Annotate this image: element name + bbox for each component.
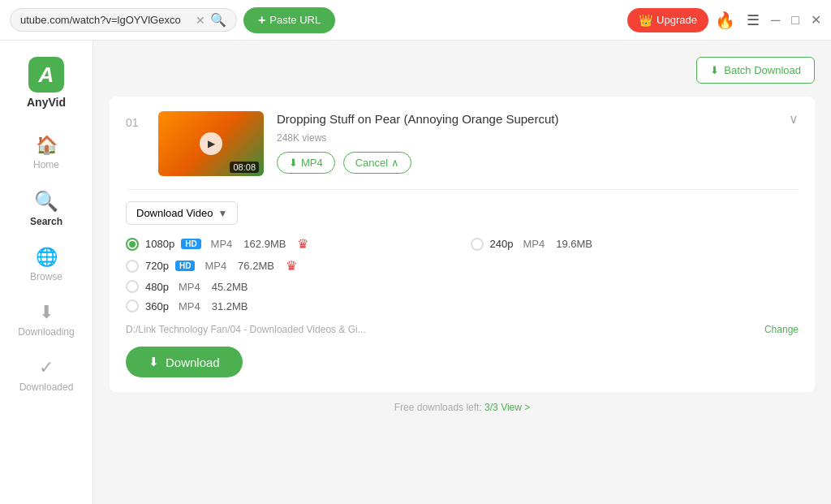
radio-720p[interactable] — [126, 260, 139, 273]
downloading-icon: ⬇ — [39, 302, 54, 323]
footer-view-link[interactable]: View > — [501, 402, 530, 413]
size-720p: 76.2MB — [238, 260, 274, 272]
chevron-up-icon: ∧ — [391, 157, 399, 169]
save-path-row: D:/Link Technology Fan/04 - Downloaded V… — [126, 324, 799, 335]
maximize-button[interactable]: □ — [791, 13, 799, 28]
video-title: Dropping Stuff on Pear (Annoying Orange … — [277, 111, 776, 127]
download-btn-label: Download — [166, 355, 220, 369]
dropdown-label: Download Video — [136, 207, 213, 219]
cancel-label: Cancel — [355, 157, 388, 169]
save-path-text: D:/Link Technology Fan/04 - Downloaded V… — [126, 324, 758, 335]
video-duration: 08:08 — [230, 162, 259, 173]
search-icon[interactable]: 🔍 — [210, 12, 226, 28]
quality-item-360p[interactable]: 360p MP4 31.2MB — [126, 299, 454, 312]
format-240p: MP4 — [523, 238, 545, 250]
batch-download-label: Batch Download — [724, 64, 801, 76]
cancel-button[interactable]: Cancel ∧ — [343, 152, 411, 174]
footer-text: Free downloads left: — [394, 402, 484, 413]
quality-label-480p: 480p — [145, 281, 169, 293]
quality-label-720p: 720p — [145, 260, 169, 272]
quality-label-1080p: 1080p — [145, 238, 174, 250]
download-button[interactable]: ⬇ Download — [126, 347, 243, 377]
main-layout: A AnyVid 🏠 Home 🔍 Search 🌐 Browse ⬇ Down… — [0, 41, 831, 504]
logo-letter: A — [39, 62, 54, 88]
download-options-panel: Download Video ▼ 1080p HD MP4 162.9MB — [126, 189, 799, 377]
video-info: Dropping Stuff on Pear (Annoying Orange … — [277, 111, 776, 174]
batch-download-button[interactable]: ⬇ Batch Download — [696, 57, 815, 84]
size-360p: 31.2MB — [212, 300, 248, 312]
browse-label: Browse — [30, 271, 62, 282]
sidebar-item-home[interactable]: 🏠 Home — [0, 125, 93, 180]
search-label: Search — [30, 216, 62, 227]
crown-icon: 👑 — [639, 14, 652, 27]
radio-dot — [129, 241, 136, 248]
card-expand-icon[interactable]: ∨ — [789, 111, 799, 127]
logo-area: A AnyVid — [27, 49, 66, 125]
menu-icon[interactable]: ☰ — [747, 11, 760, 29]
download-btn-icon: ⬇ — [149, 355, 159, 369]
home-icon: 🏠 — [36, 135, 58, 156]
sidebar: A AnyVid 🏠 Home 🔍 Search 🌐 Browse ⬇ Down… — [0, 41, 93, 504]
url-bar[interactable]: utube.com/watch?v=lgOYVlGexco ✕ 🔍 — [10, 8, 237, 32]
minimize-button[interactable]: ─ — [771, 13, 780, 28]
paste-url-button[interactable]: Paste URL — [243, 7, 335, 33]
options-header: Download Video ▼ — [126, 201, 799, 225]
flame-icon[interactable]: 🔥 — [715, 11, 735, 30]
footer-count: 3/3 — [484, 402, 498, 413]
quality-item-1080p[interactable]: 1080p HD MP4 162.9MB ♛ — [126, 236, 454, 252]
action-buttons: ⬇ MP4 Cancel ∧ — [277, 152, 776, 174]
downloaded-icon: ✓ — [39, 357, 54, 378]
batch-download-icon: ⬇ — [710, 64, 719, 76]
download-type-dropdown[interactable]: Download Video ▼ — [126, 201, 238, 225]
quality-item-480p[interactable]: 480p MP4 45.2MB — [126, 280, 454, 293]
quality-label-360p: 360p — [145, 300, 169, 312]
title-bar: utube.com/watch?v=lgOYVlGexco ✕ 🔍 Paste … — [0, 0, 831, 41]
play-button[interactable]: ▶ — [200, 132, 222, 155]
video-views: 248K views — [277, 132, 776, 144]
quality-grid: 1080p HD MP4 162.9MB ♛ 240p MP4 19.6MB — [126, 236, 799, 312]
upgrade-button[interactable]: 👑 Upgrade — [627, 8, 708, 32]
logo-name: AnyVid — [27, 96, 66, 109]
video-thumbnail: ▶ 08:08 — [158, 111, 264, 176]
close-button[interactable]: ✕ — [811, 12, 821, 28]
premium-icon-1080p: ♛ — [297, 236, 308, 252]
sidebar-item-downloading[interactable]: ⬇ Downloading — [0, 292, 93, 347]
mp4-button[interactable]: ⬇ MP4 — [277, 152, 335, 174]
sidebar-item-search[interactable]: 🔍 Search — [0, 180, 93, 237]
size-240p: 19.6MB — [556, 238, 592, 250]
download-icon-small: ⬇ — [289, 157, 298, 169]
radio-240p[interactable] — [471, 238, 484, 251]
change-path-link[interactable]: Change — [764, 324, 799, 335]
downloading-label: Downloading — [18, 326, 74, 338]
radio-360p[interactable] — [126, 299, 139, 312]
format-1080p: MP4 — [211, 238, 233, 250]
browse-icon: 🌐 — [36, 247, 58, 268]
home-label: Home — [33, 159, 59, 170]
quality-item-240p[interactable]: 240p MP4 19.6MB — [471, 236, 799, 252]
downloaded-label: Downloaded — [19, 381, 74, 393]
chevron-down-icon: ▼ — [217, 208, 227, 219]
sidebar-item-browse[interactable]: 🌐 Browse — [0, 237, 93, 292]
quality-label-240p: 240p — [490, 238, 514, 250]
premium-icon-720p: ♛ — [286, 258, 297, 274]
hd-badge-1080p: HD — [181, 239, 200, 249]
window-controls: 🔥 ☰ ─ □ ✕ — [715, 11, 821, 30]
sidebar-item-downloaded[interactable]: ✓ Downloaded — [0, 347, 93, 403]
footer: Free downloads left: 3/3 View > — [110, 392, 815, 423]
video-row: 01 ▶ 08:08 Dropping Stuff on Pear (Annoy… — [126, 111, 799, 176]
format-720p: MP4 — [205, 260, 226, 272]
logo-box: A — [28, 57, 64, 93]
upgrade-label: Upgrade — [657, 14, 697, 26]
content-area: ⬇ Batch Download 01 ▶ 08:08 Dropping Stu… — [93, 41, 831, 504]
size-1080p: 162.9MB — [243, 238, 286, 250]
video-card: 01 ▶ 08:08 Dropping Stuff on Pear (Annoy… — [110, 97, 815, 392]
video-number: 01 — [126, 111, 145, 129]
radio-1080p[interactable] — [126, 238, 139, 251]
mp4-label: MP4 — [301, 157, 323, 169]
hd-badge-720p: HD — [175, 261, 195, 271]
quality-item-720p[interactable]: 720p HD MP4 76.2MB ♛ — [126, 258, 454, 274]
radio-480p[interactable] — [126, 280, 139, 293]
batch-row: ⬇ Batch Download — [110, 57, 815, 84]
url-clear-icon[interactable]: ✕ — [196, 14, 205, 27]
search-nav-icon: 🔍 — [34, 190, 58, 213]
